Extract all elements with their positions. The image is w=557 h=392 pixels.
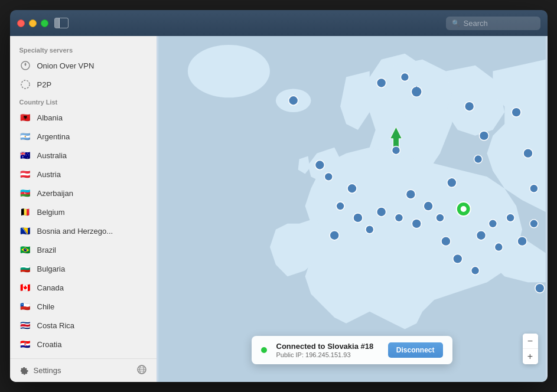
svg-point-20 bbox=[512, 107, 521, 117]
settings-label: Settings bbox=[34, 366, 61, 375]
svg-point-37 bbox=[441, 237, 450, 246]
connection-ip: Public IP: 196.245.151.93 bbox=[276, 351, 379, 358]
traffic-lights bbox=[17, 19, 48, 27]
maximize-button[interactable] bbox=[41, 19, 48, 27]
svg-point-41 bbox=[347, 184, 357, 193]
svg-point-36 bbox=[471, 266, 479, 275]
search-input[interactable] bbox=[464, 19, 535, 28]
belgium-label: Belgium bbox=[37, 208, 65, 217]
p2p-icon bbox=[19, 79, 31, 90]
svg-point-14 bbox=[324, 172, 333, 181]
svg-point-24 bbox=[424, 201, 433, 211]
svg-point-29 bbox=[447, 178, 456, 187]
sidebar-toggle-button[interactable] bbox=[54, 18, 69, 28]
sidebar-item-bulgaria[interactable]: 🇧🇬 Bulgaria bbox=[10, 259, 157, 278]
austria-flag: 🇦🇹 bbox=[19, 168, 31, 180]
connection-bar: Connected to Slovakia #18 Public IP: 196… bbox=[252, 336, 452, 364]
sidebar-item-p2p[interactable]: P2P bbox=[10, 75, 157, 94]
sidebar-item-argentina[interactable]: 🇦🇷 Argentina bbox=[10, 127, 157, 146]
svg-point-22 bbox=[529, 184, 538, 192]
zoom-in-button[interactable]: + bbox=[523, 349, 538, 364]
svg-point-1 bbox=[21, 80, 30, 89]
svg-point-16 bbox=[400, 73, 409, 81]
ip-address: 196.245.151.93 bbox=[305, 351, 350, 358]
search-bar[interactable]: 🔍 bbox=[446, 17, 540, 30]
svg-point-13 bbox=[315, 161, 324, 170]
canada-flag: 🇨🇦 bbox=[19, 282, 31, 293]
disconnect-button[interactable]: Disconnect bbox=[388, 342, 443, 358]
sidebar-item-cyprus[interactable]: 🇨🇾 Cyprus bbox=[10, 354, 157, 358]
sidebar-item-chile[interactable]: 🇨🇱 Chile bbox=[10, 297, 157, 316]
sidebar-scroll[interactable]: Specialty servers Onion Over VPN bbox=[10, 36, 157, 358]
svg-point-39 bbox=[517, 237, 527, 246]
settings-icon bbox=[19, 366, 29, 375]
europe-map bbox=[157, 36, 548, 382]
onion-vpn-label: Onion Over VPN bbox=[37, 61, 95, 70]
svg-point-42 bbox=[336, 202, 344, 210]
main-content: Specialty servers Onion Over VPN bbox=[10, 36, 548, 382]
bulgaria-label: Bulgaria bbox=[37, 264, 66, 273]
map-area[interactable]: Connected to Slovakia #18 Public IP: 196… bbox=[157, 36, 548, 382]
svg-point-46 bbox=[535, 283, 544, 293]
svg-point-12 bbox=[288, 96, 298, 105]
onion-vpn-icon bbox=[19, 60, 31, 71]
chile-label: Chile bbox=[37, 302, 55, 311]
sidebar-item-belgium[interactable]: 🇧🇪 Belgium bbox=[10, 202, 157, 221]
argentina-label: Argentina bbox=[37, 132, 70, 141]
bulgaria-flag: 🇧🇬 bbox=[19, 263, 31, 275]
canada-label: Canada bbox=[37, 283, 64, 292]
svg-point-44 bbox=[365, 226, 373, 234]
sidebar-item-costa-rica[interactable]: 🇨🇷 Costa Rica bbox=[10, 316, 157, 335]
svg-point-48 bbox=[392, 146, 400, 155]
azerbaijan-label: Azerbaijan bbox=[37, 189, 73, 198]
albania-label: Albania bbox=[37, 113, 63, 122]
croatia-label: Croatia bbox=[37, 340, 62, 349]
sidebar-item-bosnia[interactable]: 🇧🇦 Bosnia and Herzego... bbox=[10, 221, 157, 240]
svg-point-18 bbox=[479, 131, 488, 141]
svg-point-45 bbox=[330, 231, 339, 240]
svg-point-15 bbox=[376, 79, 386, 88]
croatia-flag: 🇭🇷 bbox=[19, 338, 31, 350]
svg-point-25 bbox=[436, 214, 444, 222]
sidebar-item-onion-vpn[interactable]: Onion Over VPN bbox=[10, 56, 157, 75]
svg-point-43 bbox=[353, 213, 362, 223]
close-button[interactable] bbox=[17, 19, 25, 27]
p2p-label: P2P bbox=[37, 80, 52, 89]
svg-point-32 bbox=[476, 231, 486, 240]
zoom-out-button[interactable]: − bbox=[523, 334, 538, 349]
svg-point-28 bbox=[376, 207, 386, 217]
argentina-flag: 🇦🇷 bbox=[19, 130, 31, 142]
costa-rica-label: Costa Rica bbox=[37, 321, 75, 330]
country-section-label: Country List bbox=[10, 94, 157, 108]
sidebar-item-albania[interactable]: 🇦🇱 Albania bbox=[10, 108, 157, 127]
bosnia-label: Bosnia and Herzego... bbox=[37, 227, 113, 236]
app-window: 🔍 Specialty servers Onion Over VPN bbox=[10, 10, 548, 382]
sidebar-item-australia[interactable]: 🇦🇺 Australia bbox=[10, 146, 157, 165]
belgium-flag: 🇧🇪 bbox=[19, 206, 31, 218]
bosnia-flag: 🇧🇦 bbox=[19, 225, 31, 237]
sidebar-item-brazil[interactable]: 🇧🇷 Brazil bbox=[10, 240, 157, 259]
specialty-section-label: Specialty servers bbox=[10, 42, 157, 56]
sidebar-item-croatia[interactable]: 🇭🇷 Croatia bbox=[10, 335, 157, 354]
brazil-flag: 🇧🇷 bbox=[19, 244, 31, 256]
brazil-label: Brazil bbox=[37, 246, 57, 254]
austria-label: Austria bbox=[37, 170, 61, 179]
svg-point-21 bbox=[523, 149, 533, 158]
globe-icon[interactable] bbox=[136, 364, 147, 377]
search-icon: 🔍 bbox=[452, 19, 460, 27]
svg-point-17 bbox=[464, 102, 474, 111]
svg-point-23 bbox=[406, 190, 415, 199]
sidebar-item-canada[interactable]: 🇨🇦 Canada bbox=[10, 278, 157, 297]
australia-flag: 🇦🇺 bbox=[19, 149, 31, 161]
australia-label: Australia bbox=[37, 151, 67, 160]
svg-point-35 bbox=[452, 254, 462, 263]
settings-item[interactable]: Settings bbox=[19, 366, 61, 375]
minimize-button[interactable] bbox=[29, 19, 37, 27]
sidebar-item-austria[interactable]: 🇦🇹 Austria bbox=[10, 165, 157, 184]
svg-point-26 bbox=[412, 219, 421, 228]
svg-point-27 bbox=[395, 214, 403, 222]
svg-point-38 bbox=[506, 214, 514, 222]
sidebar-item-azerbaijan[interactable]: 🇦🇿 Azerbaijan bbox=[10, 184, 157, 202]
svg-point-19 bbox=[474, 155, 482, 164]
connection-status-dot bbox=[261, 347, 267, 353]
